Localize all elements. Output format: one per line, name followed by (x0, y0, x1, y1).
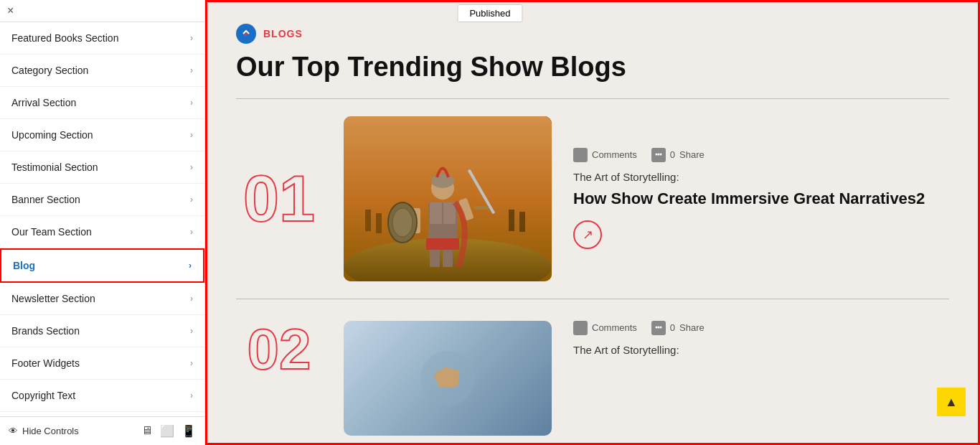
chevron-right-icon: › (190, 162, 193, 172)
svg-point-25 (657, 153, 659, 155)
chevron-right-icon: › (190, 294, 193, 304)
sidebar-item-footer-widgets[interactable]: Footer Widgets › (0, 347, 204, 380)
post-1-title: How Show Create Immersive Great Narrativ… (573, 189, 949, 210)
close-icon[interactable]: × (7, 4, 14, 17)
sidebar-list: Featured Books Section › Category Sectio… (0, 22, 204, 416)
sidebar-item-copyright[interactable]: Copyright Text › (0, 380, 204, 412)
blog-stats-1: Comments 0 Share (573, 148, 949, 162)
share-stat: 0 Share (651, 148, 705, 162)
sidebar-item-our-team[interactable]: Our Team Section › (0, 216, 204, 248)
share-label: Share (679, 149, 705, 160)
share-label-2: Share (679, 322, 705, 333)
sidebar-item-brands[interactable]: Brands Section › (0, 315, 204, 347)
comments-label-2: Comments (592, 322, 637, 333)
sidebar-item-newsletter[interactable]: Newsletter Section › (0, 283, 204, 315)
svg-point-26 (659, 153, 661, 155)
share-stat-2: 0 Share (651, 321, 705, 335)
chevron-right-icon: › (190, 65, 193, 75)
hide-controls-label: Hide Controls (22, 426, 79, 436)
svg-rect-21 (576, 151, 585, 157)
svg-point-39 (659, 326, 661, 328)
post-number-2: 02 (236, 321, 322, 378)
sidebar-item-label: Category Section (11, 65, 88, 76)
sidebar-item-label: Banner Section (11, 194, 80, 205)
hide-controls-button[interactable]: 👁 Hide Controls (9, 426, 79, 436)
blog-stats-2: Comments 0 Share (573, 321, 705, 335)
section-divider (236, 98, 949, 99)
blog-post-2: 02 (236, 314, 949, 436)
svg-marker-35 (578, 330, 580, 332)
chevron-right-icon: › (190, 130, 193, 140)
chevron-right-icon: › (190, 195, 193, 205)
svg-rect-30 (443, 367, 448, 376)
sidebar-item-label: Blog (13, 260, 35, 271)
share-count-2: 0 (670, 322, 675, 333)
desktop-icon[interactable]: 🖥 (141, 424, 153, 438)
svg-point-38 (657, 326, 659, 328)
sidebar-item-label: Featured Books Section (11, 32, 118, 44)
share-icon-2 (651, 321, 666, 335)
scroll-to-top-button[interactable]: ▲ (937, 388, 966, 416)
share-icon (651, 148, 666, 162)
sidebar-item-label: Newsletter Section (11, 293, 95, 304)
sidebar: × Published Featured Books Section › Cat… (0, 0, 205, 445)
comments-stat-2: Comments (573, 321, 637, 335)
svg-point-17 (392, 208, 413, 237)
svg-point-14 (431, 174, 454, 188)
sidebar-item-testimonial[interactable]: Testimonial Section › (0, 151, 204, 184)
chevron-right-icon: › (190, 326, 193, 336)
sidebar-item-label: Upcoming Section (11, 129, 93, 141)
blog-tag-label: BLOGS (263, 28, 303, 39)
chevron-right-icon: › (190, 358, 193, 368)
blog-image-1 (344, 116, 552, 281)
sidebar-item-arrival[interactable]: Arrival Section › (0, 87, 204, 119)
comments-icon-2 (573, 321, 588, 335)
main-content-area: BLOGS Our Top Trending Show Blogs 01 (205, 0, 980, 445)
sidebar-item-label: Testimonial Section (11, 161, 98, 173)
chevron-right-icon: › (190, 33, 193, 43)
chevron-right-icon: › (190, 227, 193, 237)
svg-marker-22 (578, 157, 580, 159)
blog-image-2 (344, 321, 552, 436)
svg-rect-5 (509, 210, 514, 231)
sidebar-item-blog[interactable]: Blog › (0, 248, 204, 283)
blog-post-2-meta: Comments 0 Share The Art of Storytelling… (573, 321, 705, 362)
svg-rect-33 (435, 373, 440, 380)
svg-rect-3 (365, 210, 371, 231)
comments-label: Comments (592, 149, 637, 160)
chevron-right-icon: › (190, 98, 193, 108)
sidebar-item-label: Brands Section (11, 325, 80, 337)
sidebar-item-upcoming[interactable]: Upcoming Section › (0, 119, 204, 151)
blog-icon (236, 24, 256, 44)
sidebar-item-featured-books[interactable]: Featured Books Section › (0, 22, 204, 55)
svg-point-37 (655, 326, 657, 328)
post-1-subtitle: The Art of Storytelling: (573, 171, 949, 183)
svg-rect-20 (474, 206, 489, 210)
blog-section: BLOGS Our Top Trending Show Blogs 01 (207, 2, 978, 445)
sidebar-item-label: Footer Widgets (11, 357, 80, 369)
blog-section-title: Our Top Trending Show Blogs (236, 51, 949, 84)
svg-rect-6 (519, 212, 525, 232)
sidebar-item-banner[interactable]: Banner Section › (0, 184, 204, 216)
sidebar-item-label: Arrival Section (11, 97, 76, 108)
chevron-right-icon: › (190, 390, 193, 400)
device-icons-group: 🖥 ⬜ 📱 (141, 424, 196, 438)
svg-rect-12 (426, 238, 459, 250)
read-more-button-1[interactable]: ↗ (573, 220, 602, 249)
sidebar-item-label: Our Team Section (11, 226, 92, 238)
svg-rect-32 (454, 370, 459, 377)
svg-rect-31 (448, 368, 454, 377)
sidebar-top-bar: × Published (0, 0, 204, 22)
comments-stat: Comments (573, 148, 637, 162)
eye-icon: 👁 (9, 426, 18, 436)
tablet-icon[interactable]: ⬜ (160, 424, 174, 438)
sidebar-item-category[interactable]: Category Section › (0, 55, 204, 87)
blog-post-1-meta: Comments 0 Share The Art of Storytelling… (573, 148, 949, 250)
sidebar-item-label: Copyright Text (11, 390, 75, 401)
comments-icon (573, 148, 588, 162)
chevron-right-icon: › (189, 261, 192, 271)
blog-header: BLOGS (236, 24, 949, 44)
mobile-icon[interactable]: 📱 (182, 424, 196, 438)
svg-rect-4 (376, 213, 382, 233)
svg-rect-34 (576, 324, 585, 330)
